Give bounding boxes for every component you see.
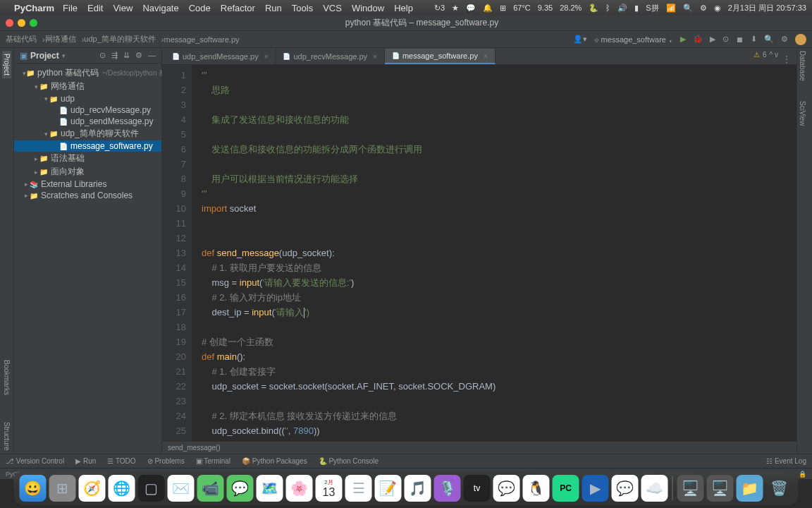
collapse-icon[interactable]: ⇊: [123, 51, 130, 60]
lock-icon[interactable]: 🔒: [799, 471, 806, 478]
wechat-icon[interactable]: 💬: [493, 475, 520, 502]
menu-help[interactable]: Help: [394, 3, 413, 13]
menu-vcs[interactable]: VCS: [323, 3, 342, 13]
menu-run[interactable]: Run: [265, 3, 282, 13]
menu-tools[interactable]: Tools: [292, 3, 313, 13]
inspection-widget[interactable]: ⚠6 ^ v: [753, 51, 778, 59]
close-button[interactable]: [6, 19, 13, 27]
breadcrumb[interactable]: 基础代码: [6, 34, 37, 44]
terminal-tab[interactable]: ▣ Terminal: [196, 457, 230, 465]
chat-icon[interactable]: 💬: [466, 4, 476, 13]
reminders-icon[interactable]: ☰: [345, 475, 372, 502]
bookmarks-tab[interactable]: Bookmarks: [2, 357, 11, 398]
app-icon[interactable]: ☁️: [641, 475, 668, 502]
run-config[interactable]: ⟐ message_software ▾: [594, 35, 673, 44]
select-opened-icon[interactable]: ⊙: [99, 51, 106, 60]
tree-folder[interactable]: ▾📁网络通信: [14, 80, 161, 93]
app-name[interactable]: PyCharm: [14, 3, 54, 13]
tv-icon[interactable]: tv: [464, 475, 491, 502]
packages-tab[interactable]: 📦 Python Packages: [242, 457, 307, 465]
control-icon[interactable]: ⚙: [700, 4, 707, 13]
project-header-label[interactable]: Project: [30, 51, 59, 61]
close-icon[interactable]: ×: [264, 53, 269, 61]
tree-file[interactable]: 📄udp_sendMessage.py: [14, 116, 161, 127]
chrome-icon[interactable]: 🌐: [109, 475, 135, 502]
bt-icon[interactable]: ᛒ: [605, 4, 610, 12]
grid-icon[interactable]: ⊞: [500, 4, 506, 13]
qq-icon[interactable]: 🐧: [523, 475, 550, 502]
star-icon[interactable]: ★: [452, 4, 459, 13]
code-content[interactable]: ''' 思路 集成了发送信息和接收信息的功能 发送信息和接收信息的功能拆分成两个…: [192, 65, 796, 441]
close-icon[interactable]: ×: [373, 53, 377, 61]
event-log-tab[interactable]: ☷ Event Log: [766, 457, 806, 465]
bell-icon[interactable]: 🔔: [483, 4, 493, 13]
desktop-icon[interactable]: 🖥️: [677, 475, 704, 502]
python-console-tab[interactable]: 🐍 Python Console: [319, 457, 379, 465]
minimize-button[interactable]: [18, 19, 25, 27]
problems-tab[interactable]: ⊘ Problems: [147, 457, 185, 465]
clock[interactable]: 2月13日 周日 20:57:33: [728, 3, 806, 13]
tree-file-selected[interactable]: 📄message_software.py: [14, 140, 161, 152]
project-tool-tab[interactable]: Project: [2, 51, 11, 78]
menu-view[interactable]: View: [113, 3, 133, 13]
debug-button[interactable]: 🐞: [693, 35, 703, 44]
input-icon[interactable]: S拼: [646, 3, 658, 13]
facetime-icon[interactable]: 📹: [197, 475, 224, 502]
tree-external[interactable]: ▸📚External Libraries: [14, 179, 161, 190]
database-tab[interactable]: Database: [797, 48, 808, 84]
run-tab[interactable]: ▶ Run: [75, 457, 96, 465]
app-icon[interactable]: ▶: [582, 475, 609, 502]
tree-root[interactable]: ▾📁python 基础代码~/Desktop/python 基础代码: [14, 66, 161, 80]
coverage-button[interactable]: ▶: [710, 35, 715, 44]
mail-icon[interactable]: ✉️: [168, 475, 195, 502]
vol-icon[interactable]: 🔊: [617, 4, 627, 13]
sciview-tab[interactable]: SciView: [797, 98, 808, 128]
pycharm-icon[interactable]: PC: [553, 475, 579, 502]
settings-icon[interactable]: ⚙: [781, 35, 788, 44]
menu-navigate[interactable]: Navigate: [142, 3, 178, 13]
search-icon[interactable]: 🔍: [683, 4, 693, 13]
close-icon[interactable]: ×: [484, 52, 488, 60]
structure-tab[interactable]: Structure: [2, 419, 11, 454]
trash-icon[interactable]: 🗑️: [766, 475, 793, 502]
music-icon[interactable]: 🎵: [405, 475, 431, 502]
tree-folder[interactable]: ▸📁语法基础: [14, 152, 161, 165]
tree-file[interactable]: 📄udp_recvMessage.py: [14, 104, 161, 116]
hide-icon[interactable]: —: [148, 51, 156, 60]
terminal-icon[interactable]: ▢: [138, 475, 165, 502]
siri-icon[interactable]: ◉: [714, 4, 721, 13]
breadcrumb[interactable]: 网络通信: [45, 34, 76, 44]
editor-tab[interactable]: 📄udp_recvMessage.py×: [276, 49, 384, 64]
desktop-icon[interactable]: 🖥️: [707, 475, 734, 502]
profile-button[interactable]: ⊙: [722, 35, 729, 44]
editor-tab-active[interactable]: 📄message_software.py×: [385, 49, 496, 64]
python-icon[interactable]: 🐍: [589, 4, 598, 13]
downloads-icon[interactable]: 📁: [737, 475, 763, 502]
expand-icon[interactable]: ⇶: [111, 51, 118, 60]
battery-icon[interactable]: ▮: [634, 4, 639, 13]
settings-icon[interactable]: ⚙: [135, 51, 142, 60]
wifi-icon[interactable]: 📶: [666, 4, 676, 13]
breadcrumb[interactable]: udp_简单的聊天软件: [84, 34, 155, 44]
tree-folder[interactable]: ▸📁面向对象: [14, 165, 161, 179]
notes-icon[interactable]: 📝: [375, 475, 402, 502]
tree-scratches[interactable]: ▸📁Scratches and Consoles: [14, 190, 161, 201]
refresh-icon[interactable]: ↻3: [434, 4, 445, 13]
zoom-button[interactable]: [30, 19, 37, 27]
tree-folder[interactable]: ▾📁udp_简单的聊天软件: [14, 127, 161, 140]
tabs-more-icon[interactable]: ⋮: [777, 54, 796, 64]
tree-folder[interactable]: ▾📁udp: [14, 93, 161, 104]
todo-tab[interactable]: ☰ TODO: [107, 457, 135, 465]
calendar-icon[interactable]: 2月13: [316, 475, 343, 502]
editor-tab[interactable]: 📄udp_sendMessage.py×: [165, 49, 276, 64]
podcasts-icon[interactable]: 🎙️: [434, 475, 461, 502]
app-icon[interactable]: 💬: [612, 475, 639, 502]
launchpad-icon[interactable]: ⊞: [49, 475, 76, 502]
menu-refactor[interactable]: Refactor: [221, 3, 255, 13]
menu-window[interactable]: Window: [352, 3, 384, 13]
finder-icon[interactable]: 😀: [20, 475, 47, 502]
menu-code[interactable]: Code: [189, 3, 211, 13]
version-control-tab[interactable]: ⎇ Version Control: [6, 457, 64, 465]
code-area[interactable]: 1234567891011121314151617181920212223242…: [162, 65, 796, 441]
breadcrumb[interactable]: message_software.py: [164, 35, 240, 44]
